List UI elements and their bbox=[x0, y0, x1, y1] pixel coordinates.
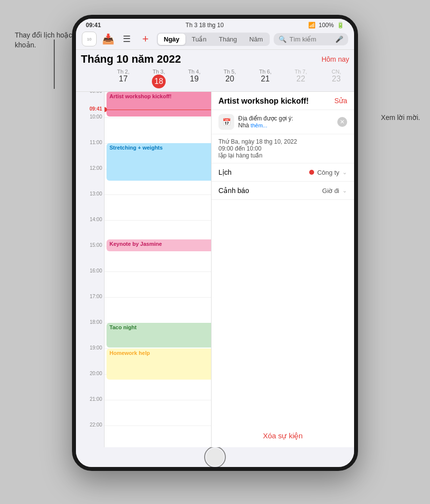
search-input[interactable] bbox=[289, 36, 332, 43]
week-day-thu[interactable]: Th 5, 20 bbox=[212, 68, 248, 89]
week-day-label-tue: Th 3, bbox=[152, 69, 165, 75]
detail-event-title: Artist workshop kickoff! bbox=[218, 97, 334, 106]
week-day-label-mon: Th 2, bbox=[117, 69, 129, 75]
week-day-label-fri: Th 6, bbox=[259, 69, 271, 75]
detail-header: Artist workshop kickoff! Sửa bbox=[212, 92, 354, 110]
clear-location-button[interactable]: ✕ bbox=[337, 117, 347, 127]
battery-label: 100% bbox=[319, 22, 334, 29]
status-right-icons: 📶 100% 🔋 bbox=[308, 22, 344, 29]
home-bar bbox=[76, 447, 354, 467]
time-label-18: 18:00 bbox=[90, 319, 102, 325]
location-icon: 📅 bbox=[218, 114, 234, 130]
status-date: Th 3 18 thg 10 bbox=[185, 22, 223, 29]
location-text: Địa điểm được gợi ý: Nhà thêm... bbox=[238, 115, 333, 129]
time-labels-column: 09:0010:0011:0012:0013:0014:0015:0016:00… bbox=[76, 92, 105, 447]
week-day-num-sat: 22 bbox=[283, 75, 319, 83]
callout-right-text: Xem lời mời. bbox=[381, 114, 420, 121]
add-event-button[interactable]: + bbox=[138, 32, 153, 46]
location-suggested-label: Địa điểm được gợi ý: bbox=[238, 115, 333, 122]
toolbar: 10 📥 ☰ + Ngày Tuần Tháng Năm 🔍 🎤 bbox=[76, 30, 354, 50]
week-day-num-mon: 17 bbox=[106, 75, 141, 83]
chevron-icon: ⌄ bbox=[342, 169, 347, 176]
time-label-19: 19:00 bbox=[90, 345, 102, 350]
location-home-label: Nhà bbox=[238, 122, 249, 129]
time-label-12: 12:00 bbox=[90, 165, 102, 171]
alert-chevron-icon: ⌄ bbox=[342, 187, 347, 194]
week-day-label-sat: Th 7, bbox=[294, 69, 307, 75]
week-day-label-thu: Th 5, bbox=[223, 69, 236, 75]
microphone-icon[interactable]: 🎤 bbox=[335, 36, 343, 43]
event-repeat: lặp lại hàng tuần bbox=[218, 152, 347, 159]
month-year-title: Tháng 10 năm 2022 bbox=[81, 53, 181, 66]
week-day-label-sun: CN, bbox=[332, 69, 341, 75]
week-day-fri[interactable]: Th 6, 21 bbox=[248, 68, 283, 89]
location-add[interactable]: Nhà thêm... bbox=[238, 122, 333, 129]
battery-icon: 🔋 bbox=[337, 22, 344, 29]
view-tabs: Ngày Tuần Tháng Năm bbox=[157, 33, 270, 46]
week-day-mon[interactable]: Th 2, 17 bbox=[106, 68, 141, 89]
alert-label: Cảnh báo bbox=[218, 187, 249, 194]
calendar-icon-label: 10 bbox=[87, 37, 92, 41]
wifi-icon: 📶 bbox=[308, 22, 316, 29]
calendar-color-dot bbox=[309, 170, 314, 175]
list-icon-button[interactable]: ☰ bbox=[119, 32, 134, 46]
search-bar[interactable]: 🔍 🎤 bbox=[274, 33, 348, 45]
time-label-20: 20:00 bbox=[90, 371, 102, 376]
home-button[interactable] bbox=[204, 446, 226, 468]
week-day-tue[interactable]: Th 3, 18 bbox=[141, 68, 177, 89]
calendar-small-icon: 📅 bbox=[222, 118, 231, 126]
alert-value: Giờ đi bbox=[322, 187, 339, 194]
time-label-21: 21:00 bbox=[90, 396, 102, 402]
week-day-num-fri: 21 bbox=[248, 75, 283, 83]
time-label-15: 15:00 bbox=[90, 242, 102, 248]
week-day-sat[interactable]: Th 7, 22 bbox=[283, 68, 319, 89]
time-label-9: 09:00 bbox=[90, 92, 102, 94]
alert-value-button[interactable]: Giờ đi ⌄ bbox=[322, 187, 347, 194]
week-day-wed[interactable]: Th 4, 19 bbox=[177, 68, 212, 89]
ipad-device: 09:41 Th 3 18 thg 10 📶 100% 🔋 10 📥 ☰ + N… bbox=[72, 15, 358, 471]
week-day-num-wed: 19 bbox=[177, 75, 212, 83]
time-label-22: 22:00 bbox=[90, 422, 102, 427]
time-label-17: 17:00 bbox=[90, 294, 102, 299]
time-label-14: 14:00 bbox=[90, 217, 102, 222]
time-label-10: 10:00 bbox=[90, 114, 102, 119]
week-day-num-tue: 18 bbox=[152, 75, 166, 88]
tab-day[interactable]: Ngày bbox=[158, 34, 185, 45]
alert-row: Cảnh báo Giờ đi ⌄ bbox=[212, 182, 354, 200]
week-day-sun[interactable]: CN, 23 bbox=[319, 68, 354, 89]
week-day-num-thu: 20 bbox=[212, 75, 248, 83]
detail-location-row: 📅 Địa điểm được gợi ý: Nhà thêm... ✕ bbox=[212, 110, 354, 134]
calendar-icon-button[interactable]: 10 bbox=[82, 32, 97, 46]
inbox-icon-button[interactable]: 📥 bbox=[101, 32, 115, 46]
event-time: 09:00 đến 10:00 bbox=[218, 145, 347, 152]
time-label-11: 11:00 bbox=[90, 140, 102, 145]
calendar-row: Lịch Công ty ⌄ bbox=[212, 163, 354, 182]
callout-left-line bbox=[54, 39, 55, 89]
week-days-header: Th 2, 17 Th 3, 18 Th 4, 19 Th 5, 20 Th 6… bbox=[76, 68, 354, 92]
tab-week[interactable]: Tuần bbox=[186, 34, 213, 45]
calendar-value: Công ty bbox=[317, 169, 339, 176]
calendar-label: Lịch bbox=[218, 168, 232, 176]
now-time-label: 09:41 bbox=[89, 106, 102, 112]
detail-datetime: Thứ Ba, ngày 18 thg 10, 2022 09:00 đến 1… bbox=[212, 134, 354, 163]
search-icon: 🔍 bbox=[279, 36, 287, 43]
home-button-inner bbox=[206, 448, 224, 466]
edit-event-button[interactable]: Sửa bbox=[334, 97, 347, 105]
calendar-value-button[interactable]: Công ty ⌄ bbox=[309, 169, 347, 176]
week-day-num-sun: 23 bbox=[319, 75, 354, 83]
calendar-header: Tháng 10 năm 2022 Hôm nay bbox=[76, 50, 354, 68]
time-label-13: 13:00 bbox=[90, 191, 102, 196]
delete-event-button[interactable]: Xóa sự kiện bbox=[212, 425, 354, 447]
event-detail-panel: Artist workshop kickoff! Sửa 📅 Địa điểm … bbox=[211, 92, 354, 447]
today-button[interactable]: Hôm nay bbox=[322, 55, 349, 63]
time-label-16: 16:00 bbox=[90, 268, 102, 273]
location-add-link[interactable]: thêm... bbox=[251, 122, 267, 128]
tab-year[interactable]: Năm bbox=[244, 34, 269, 45]
status-time: 09:41 bbox=[86, 22, 101, 29]
tab-month[interactable]: Tháng bbox=[213, 34, 243, 45]
status-bar: 09:41 Th 3 18 thg 10 📶 100% 🔋 bbox=[76, 19, 354, 30]
event-date: Thứ Ba, ngày 18 thg 10, 2022 bbox=[218, 138, 347, 145]
week-day-label-wed: Th 4, bbox=[188, 69, 200, 75]
